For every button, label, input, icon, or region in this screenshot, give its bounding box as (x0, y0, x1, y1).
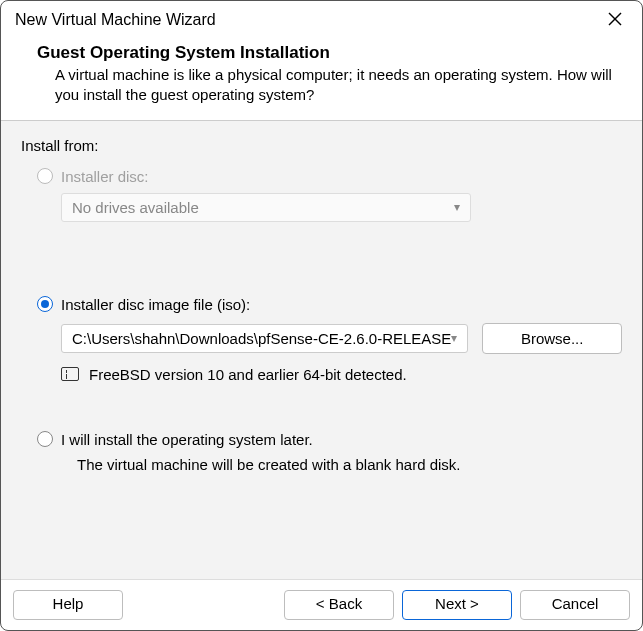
radio-iso[interactable] (37, 296, 53, 312)
page-description: A virtual machine is like a physical com… (37, 65, 624, 106)
option-iso-label: Installer disc image file (iso): (61, 296, 250, 313)
browse-button[interactable]: Browse... (482, 323, 622, 354)
drive-dropdown: No drives available ▾ (61, 193, 471, 222)
wizard-footer: Help < Back Next > Cancel (1, 580, 642, 630)
page-title: Guest Operating System Installation (37, 43, 624, 63)
info-icon (61, 367, 79, 381)
titlebar: New Virtual Machine Wizard (1, 1, 642, 37)
option-iso: Installer disc image file (iso): C:\User… (37, 296, 622, 383)
option-later-subtext: The virtual machine will be created with… (77, 456, 622, 473)
close-icon[interactable] (602, 9, 628, 31)
option-later: I will install the operating system late… (37, 431, 622, 473)
option-installer-disc: Installer disc: No drives available ▾ (37, 168, 622, 222)
next-button[interactable]: Next > (402, 590, 512, 620)
radio-installer-disc (37, 168, 53, 184)
window-title: New Virtual Machine Wizard (15, 11, 216, 29)
detection-info: FreeBSD version 10 and earlier 64-bit de… (61, 366, 622, 383)
chevron-down-icon: ▾ (454, 200, 460, 214)
drive-dropdown-text: No drives available (72, 199, 199, 216)
cancel-button[interactable]: Cancel (520, 590, 630, 620)
help-button[interactable]: Help (13, 590, 123, 620)
install-from-label: Install from: (21, 137, 622, 154)
back-button[interactable]: < Back (284, 590, 394, 620)
iso-path-text: C:\Users\shahn\Downloads\pfSense-CE-2.6.… (72, 330, 451, 347)
wizard-window: New Virtual Machine Wizard Guest Operati… (0, 0, 643, 631)
wizard-header: Guest Operating System Installation A vi… (1, 37, 642, 121)
option-installer-disc-label: Installer disc: (61, 168, 149, 185)
detection-text: FreeBSD version 10 and earlier 64-bit de… (89, 366, 407, 383)
radio-later[interactable] (37, 431, 53, 447)
option-later-label: I will install the operating system late… (61, 431, 313, 448)
chevron-down-icon: ▾ (451, 331, 457, 345)
iso-path-dropdown[interactable]: C:\Users\shahn\Downloads\pfSense-CE-2.6.… (61, 324, 468, 353)
wizard-content: Install from: Installer disc: No drives … (1, 121, 642, 581)
